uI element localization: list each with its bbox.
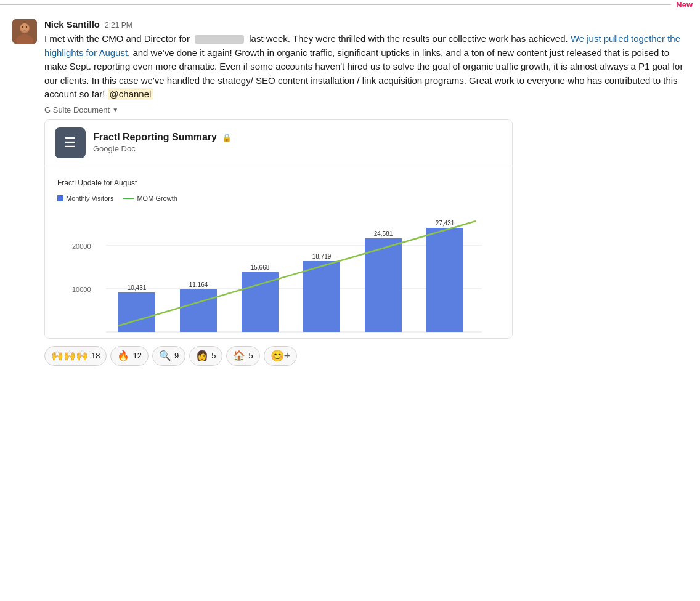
clapping-emoji: 🙌🙌🙌 (51, 350, 88, 361)
svg-text:10000: 10000 (72, 286, 91, 293)
clapping-count: 18 (91, 351, 100, 360)
legend-line-icon (123, 195, 134, 201)
svg-text:10,431: 10,431 (128, 284, 147, 291)
chart-area: 20000 10000 10,431 11,164 (57, 212, 500, 335)
attachment-label-text: G Suite Document (44, 105, 110, 115)
fire-count: 12 (132, 351, 141, 360)
add-reaction-button[interactable]: 😊+ (264, 346, 298, 366)
attachment-label[interactable]: G Suite Document ▼ (44, 105, 688, 115)
card-title-text: Fractl Reporting Summary (93, 132, 217, 143)
new-label: New (671, 0, 700, 9)
magnify-emoji: 🔍 (159, 350, 171, 361)
reaction-woman[interactable]: 👩 5 (189, 346, 222, 366)
fire-emoji: 🔥 (117, 350, 129, 361)
message-timestamp: 2:21 PM (105, 21, 132, 30)
bar-1 (118, 292, 155, 332)
svg-text:11,164: 11,164 (189, 281, 208, 288)
chevron-down-icon: ▼ (112, 107, 118, 113)
message-header: Nick Santillo 2:21 PM (44, 19, 688, 30)
channel-mention[interactable]: @channel (108, 88, 153, 100)
sender-name: Nick Santillo (44, 19, 100, 30)
svg-point-4 (22, 26, 23, 28)
message-item: Nick Santillo 2:21 PM I met with the CMO… (0, 14, 700, 371)
new-message-divider: New (0, 0, 700, 9)
redacted-company (195, 35, 244, 44)
woman-emoji: 👩 (196, 350, 208, 361)
reaction-house[interactable]: 🏠 5 (226, 346, 259, 366)
magnify-count: 9 (174, 351, 179, 360)
message-text: I met with the CMO and Director for last… (44, 32, 688, 102)
legend-line: MOM Growth (123, 195, 177, 202)
house-emoji: 🏠 (233, 350, 245, 361)
reaction-magnify[interactable]: 🔍 9 (152, 346, 185, 366)
house-count: 5 (248, 351, 253, 360)
reactions-row: 🙌🙌🙌 18 🔥 12 🔍 9 👩 5 🏠 5 😊+ (44, 346, 688, 366)
highlights-link[interactable]: We just pulled together the highlights f… (44, 33, 680, 58)
divider-line (0, 4, 671, 5)
legend-bar-label: Monthly Visitors (66, 195, 113, 202)
card-icon: ☰ (55, 127, 86, 158)
svg-text:24,581: 24,581 (374, 230, 393, 237)
svg-text:15,668: 15,668 (251, 264, 270, 271)
bar-6 (426, 228, 463, 332)
legend-line-label: MOM Growth (137, 195, 177, 202)
message-body: Nick Santillo 2:21 PM I met with the CMO… (44, 19, 688, 366)
document-card[interactable]: ☰ Fractl Reporting Summary 🔒 Google Doc … (44, 119, 513, 339)
svg-point-3 (20, 23, 29, 32)
legend-bar: Monthly Visitors (57, 195, 113, 202)
svg-point-5 (26, 26, 27, 28)
card-info: Fractl Reporting Summary 🔒 Google Doc (93, 132, 502, 153)
chart-legend: Monthly Visitors MOM Growth (57, 195, 500, 202)
legend-bar-color (57, 195, 63, 201)
svg-text:18,719: 18,719 (312, 253, 332, 260)
card-title: Fractl Reporting Summary 🔒 (93, 132, 502, 143)
svg-text:27,431: 27,431 (436, 220, 455, 227)
reaction-clapping[interactable]: 🙌🙌🙌 18 (44, 346, 107, 366)
growth-line (118, 221, 476, 326)
chart-title: Fractl Update for August (57, 179, 500, 187)
chart-container: Fractl Update for August Monthly Visitor… (45, 166, 512, 338)
add-reaction-icon: 😊+ (271, 349, 291, 363)
card-header: ☰ Fractl Reporting Summary 🔒 Google Doc (45, 120, 512, 166)
lock-icon: 🔒 (222, 133, 232, 142)
svg-text:20000: 20000 (72, 243, 91, 250)
bar-4 (303, 261, 340, 332)
chart-svg: 20000 10000 10,431 11,164 (57, 212, 500, 335)
card-subtitle: Google Doc (93, 144, 502, 153)
document-icon: ☰ (64, 135, 76, 151)
reaction-fire[interactable]: 🔥 12 (110, 346, 148, 366)
bar-2 (180, 289, 217, 332)
woman-count: 5 (211, 351, 216, 360)
avatar (12, 19, 37, 44)
